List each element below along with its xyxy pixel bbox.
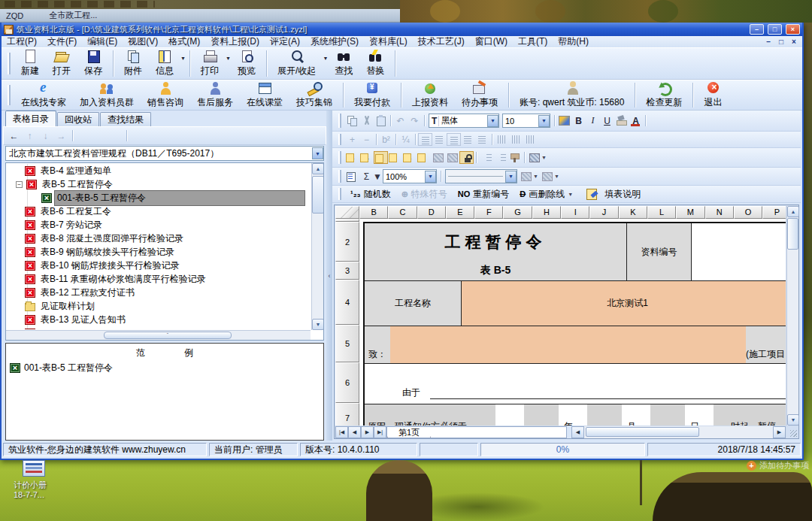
- find-button[interactable]: 查找: [328, 49, 359, 78]
- info-button[interactable]: 信息▼: [149, 49, 186, 78]
- menu-edit[interactable]: 编辑(E): [82, 35, 123, 48]
- sigma-icon[interactable]: Σ: [359, 170, 374, 183]
- size-combo[interactable]: 10▼: [502, 114, 550, 128]
- form-title-cell[interactable]: 工程暂停令 表 B-5: [365, 223, 627, 280]
- fill-color-icon[interactable]: [614, 114, 629, 127]
- project-name-value-cell[interactable]: 北京测试1: [462, 281, 786, 326]
- addressee-input-cell[interactable]: [390, 326, 746, 363]
- random-number-button[interactable]: ¹₂₃随机数: [345, 188, 396, 201]
- notice-blank-cell[interactable]: [578, 404, 587, 426]
- column-header-N[interactable]: N: [705, 206, 734, 219]
- insert-image-button-dropdown-icon[interactable]: ▼: [541, 155, 547, 160]
- copy-form-button[interactable]: [92, 129, 107, 142]
- delete-column-button[interactable]: →: [359, 151, 374, 164]
- italic-icon[interactable]: I: [586, 114, 600, 127]
- aftersale-service-button[interactable]: 售后服务: [190, 80, 240, 110]
- check-update-button[interactable]: 检查更新: [639, 80, 689, 110]
- column-header-C[interactable]: C: [388, 206, 417, 219]
- save-button[interactable]: 保存: [77, 49, 109, 78]
- menu-library[interactable]: 资料库(L): [364, 35, 413, 48]
- toolbar-grip[interactable]: [338, 114, 341, 128]
- sales-consult-button[interactable]: 销售咨询: [141, 80, 190, 110]
- cell-direction-button[interactable]: ↓: [417, 151, 431, 164]
- prev-page-button[interactable]: ◀: [348, 426, 361, 438]
- hscroll-track[interactable]: [584, 426, 773, 438]
- column-header-F[interactable]: F: [474, 206, 503, 219]
- fill-pattern2-button[interactable]: [445, 151, 459, 164]
- row-header-6[interactable]: 6: [335, 362, 359, 403]
- resize-grip[interactable]: [786, 426, 798, 438]
- copy-icon[interactable]: [345, 114, 359, 127]
- paste-icon[interactable]: [374, 114, 388, 127]
- menu-file[interactable]: 文件(F): [42, 35, 82, 48]
- sheet-corner-cell[interactable]: [335, 206, 359, 219]
- regulation-combo[interactable]: 北京市建筑工程资料管理规程（DB11／T695-2017） ▼: [5, 146, 324, 161]
- combo-dropdown-icon[interactable]: ▼: [312, 147, 323, 159]
- row-header-4[interactable]: 4: [335, 280, 359, 325]
- merge-cell-button[interactable]: ←: [402, 151, 417, 164]
- pay-button[interactable]: 我要付款: [347, 80, 397, 110]
- zoom-dropdown-icon[interactable]: ▼: [425, 171, 436, 183]
- line-dropdown-icon[interactable]: ▼: [505, 171, 517, 183]
- column-header-K[interactable]: K: [619, 206, 647, 219]
- menu-maintain[interactable]: 系统维护(S): [305, 35, 364, 48]
- row-header-7[interactable]: 7: [335, 403, 359, 426]
- title-bar[interactable]: 筑业资料北京版 - [D:\筑业建筑系列软件\北京工程资料软件\工程\北京测试1…: [2, 23, 802, 36]
- font-color-icon[interactable]: A: [629, 114, 643, 127]
- maximize-button[interactable]: □: [768, 24, 782, 35]
- menu-help[interactable]: 帮助(H): [553, 35, 594, 48]
- menu-view[interactable]: 视图(V): [123, 35, 163, 48]
- tree-item[interactable]: ×表B-4 监理通知单: [7, 164, 311, 177]
- scroll-up-icon[interactable]: ▲: [312, 163, 324, 174]
- delete-form-button[interactable]: [108, 129, 123, 142]
- sheet-scroll-thumb[interactable]: [787, 218, 798, 250]
- split-cell-button[interactable]: ↑: [388, 151, 402, 164]
- notice-fill-block[interactable]: [650, 404, 685, 426]
- notice-blank-cell[interactable]: [495, 404, 524, 426]
- doc-number-cell[interactable]: 资料编号: [627, 223, 692, 280]
- menu-project[interactable]: 工程(P): [2, 35, 42, 48]
- mdi-close-button[interactable]: ×: [789, 38, 799, 46]
- tips-collection-button[interactable]: 技巧集锦: [289, 80, 339, 110]
- notice-tail-cell[interactable]: 时起，暂停: [714, 404, 786, 426]
- info-button-dropdown-icon[interactable]: ▼: [180, 56, 186, 61]
- menu-tech[interactable]: 技术工艺(J): [413, 35, 470, 48]
- tab-form-catalog[interactable]: 表格目录: [5, 111, 56, 126]
- tree-scroll-thumb[interactable]: [312, 176, 324, 214]
- reason-row[interactable]: 由于: [365, 364, 786, 404]
- underline-icon[interactable]: U: [600, 114, 614, 127]
- toolbar-grip[interactable]: [338, 188, 341, 199]
- toolbar-grip[interactable]: [338, 170, 341, 182]
- row-header-3[interactable]: 3: [335, 262, 359, 280]
- tab-recycle-bin[interactable]: 回收站: [57, 112, 99, 126]
- renumber-button[interactable]: NO重新编号: [453, 188, 515, 201]
- scroll-down-icon[interactable]: ▼: [312, 319, 324, 330]
- tree-expander-icon[interactable]: −: [16, 181, 23, 188]
- mdi-restore-button[interactable]: □: [776, 38, 786, 46]
- tree-item[interactable]: ×表B-7 旁站记录: [7, 218, 311, 232]
- desktop-icon-label2[interactable]: 18-7-7...: [14, 490, 44, 499]
- toolbar-grip[interactable]: [8, 85, 11, 105]
- blank-cell[interactable]: [692, 223, 786, 280]
- strike-line-button[interactable]: Đ画删除线▼: [514, 188, 580, 201]
- toolbar-grip[interactable]: [338, 151, 341, 165]
- add-icon[interactable]: +: [747, 461, 756, 471]
- example-item[interactable]: × 001-表B-5 工程暂停令: [6, 362, 323, 374]
- sheet-tab-page1[interactable]: 第1页: [387, 427, 431, 438]
- online-class-button[interactable]: 在线课堂: [240, 80, 289, 110]
- column-header-H[interactable]: H: [532, 206, 561, 219]
- column-header-I[interactable]: I: [561, 206, 589, 219]
- next-page-button[interactable]: ▶: [361, 426, 374, 438]
- strike-line-button-dropdown-icon[interactable]: ▼: [568, 192, 573, 197]
- panel-splitter[interactable]: ‹: [326, 111, 332, 441]
- exit-button[interactable]: 退出: [697, 80, 729, 110]
- notice-blank-cell[interactable]: [704, 404, 714, 426]
- tree-item[interactable]: ×表B-12 工程款支付证书: [7, 286, 311, 299]
- addressee-label[interactable]: 致：: [365, 326, 390, 363]
- tree-item[interactable]: ×表B-9 钢筋螺纹接头平行检验记录: [7, 245, 311, 259]
- menu-window[interactable]: 窗口(W): [470, 35, 513, 48]
- cut-icon[interactable]: [359, 114, 374, 127]
- notice-row[interactable]: 原因，现通知你方必须于年月日时起，暂停: [365, 404, 786, 426]
- project-name-label-cell[interactable]: 工程名称: [365, 281, 462, 326]
- tree-item[interactable]: ×: [7, 326, 311, 329]
